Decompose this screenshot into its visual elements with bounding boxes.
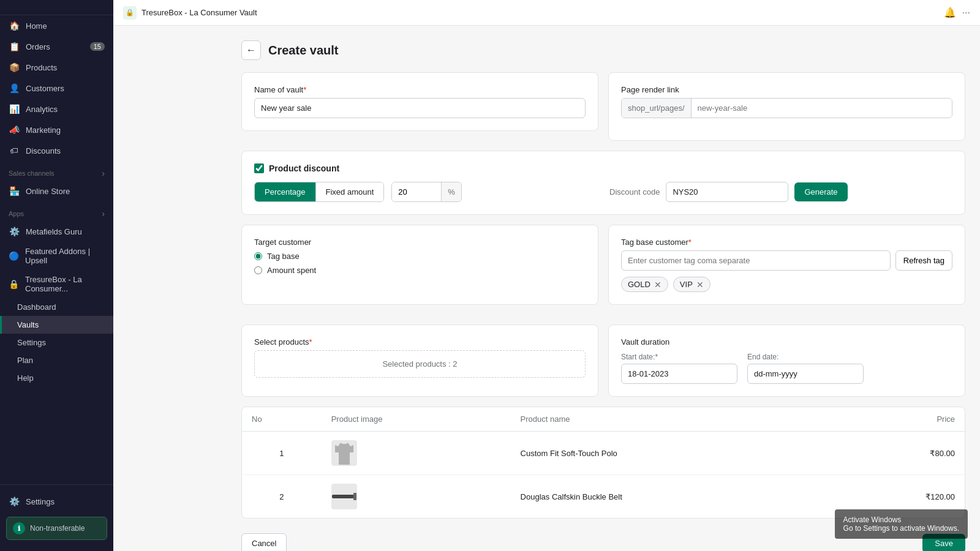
sidebar-subitem-dashboard[interactable]: Dashboard — [0, 298, 113, 316]
tag-input[interactable] — [621, 250, 891, 271]
vault-duration-title: Vault duration — [621, 337, 952, 347]
start-date-field: Start date:* — [621, 353, 737, 384]
products-icon: 📦 — [9, 62, 20, 73]
row-product-name: Custom Fit Soft-Touch Polo — [511, 432, 835, 475]
page-render-label: Page render link — [621, 85, 952, 94]
sidebar-item-orders[interactable]: 📋 Orders 15 — [0, 36, 113, 57]
product-discount-row: Percentage Fixed amount % Discount code … — [254, 182, 952, 202]
radio-tag-base-input[interactable] — [254, 252, 262, 260]
row-image — [322, 475, 511, 519]
radio-tag-base[interactable]: Tag base — [254, 252, 586, 261]
generate-button[interactable]: Generate — [794, 182, 847, 201]
date-row: Start date:* End date: — [621, 353, 952, 384]
col-name: Product name — [511, 407, 835, 432]
sidebar-item-metafields-guru[interactable]: ⚙️ Metafields Guru — [0, 221, 113, 242]
percentage-btn[interactable]: Percentage — [255, 182, 316, 201]
discount-code-section: Discount code Generate — [609, 182, 952, 202]
discount-suffix: % — [441, 182, 461, 201]
start-date-label: Start date:* — [621, 353, 737, 361]
orders-icon: 📋 — [9, 41, 20, 52]
end-date-field: End date: — [747, 353, 864, 384]
discount-amount-input[interactable] — [392, 182, 441, 201]
sidebar-subitem-settings[interactable]: Settings — [0, 334, 113, 351]
sidebar-item-discounts[interactable]: 🏷 Discounts — [0, 140, 113, 161]
sidebar-item-home[interactable]: 🏠 Home — [0, 15, 113, 36]
sidebar-item-label: Marketing — [26, 126, 61, 135]
sidebar-subitem-vaults[interactable]: Vaults — [0, 316, 113, 334]
product-discount-card: Product discount Percentage Fixed amount… — [241, 151, 965, 215]
sidebar-item-featured-addons[interactable]: 🔵 Featured Addons | Upsell — [0, 242, 113, 270]
radio-amount-spent[interactable]: Amount spent — [254, 266, 586, 275]
tag-chip-vip-remove[interactable]: ✕ — [696, 280, 704, 289]
end-date-label: End date: — [747, 353, 864, 361]
refresh-tag-button[interactable]: Refresh tag — [895, 250, 952, 271]
sidebar-item-tresurebox[interactable]: 🔒 TresureBox - La Consumer... — [0, 270, 113, 298]
discount-code-input[interactable] — [666, 182, 788, 202]
sidebar-item-products[interactable]: 📦 Products — [0, 57, 113, 78]
sidebar-item-label: TresureBox - La Consumer... — [25, 275, 105, 293]
tag-chip-vip: VIP ✕ — [673, 277, 710, 292]
topbar-actions: 🔔 ··· — [944, 7, 970, 18]
discount-type-row: Percentage Fixed amount % — [254, 182, 597, 202]
sales-channels-section: Sales channels › — [0, 161, 113, 181]
product-table: No Product image Product name Price 1 — [241, 407, 965, 519]
tag-chip-gold-remove[interactable]: ✕ — [654, 280, 662, 289]
sidebar-item-marketing[interactable]: 📣 Marketing — [0, 119, 113, 140]
table-row: 1 Custom Fit Soft-Touch Polo ₹80.00 — [242, 432, 965, 475]
discounts-icon: 🏷 — [9, 145, 20, 156]
svg-rect-0 — [332, 495, 354, 498]
row-price: ₹80.00 — [834, 432, 965, 475]
metafields-icon: ⚙️ — [9, 226, 20, 237]
target-customer-label: Target customer — [254, 238, 586, 247]
product-discount-checkbox[interactable] — [254, 163, 264, 173]
save-button[interactable]: Save — [922, 534, 965, 551]
target-customer-radio-group: Tag base Amount spent — [254, 252, 586, 275]
col-image: Product image — [322, 407, 511, 432]
target-customer-card: Target customer Tag base Amount spent — [241, 225, 598, 305]
notification-icon[interactable]: 🔔 — [944, 7, 956, 18]
online-store-icon: 🏪 — [9, 186, 20, 197]
fixed-amount-btn[interactable]: Fixed amount — [316, 182, 384, 201]
sidebar-settings-bottom[interactable]: ⚙️ Settings — [0, 491, 113, 512]
back-button[interactable]: ← — [241, 40, 261, 60]
sidebar-item-analytics[interactable]: 📊 Analytics — [0, 99, 113, 119]
apps-expand[interactable]: › — [102, 209, 105, 219]
sidebar-subitem-help[interactable]: Help — [0, 369, 113, 387]
more-options-icon[interactable]: ··· — [962, 7, 970, 18]
non-transferable-icon: ℹ — [13, 522, 25, 534]
tags-row: GOLD ✕ VIP ✕ — [621, 277, 952, 292]
select-products-card: Select products* Selected products : 2 — [241, 324, 598, 397]
sidebar-subitem-plan[interactable]: Plan — [0, 351, 113, 369]
sidebar-bottom: ⚙️ Settings ℹ Non-transferable — [0, 484, 113, 551]
main-content: ← Create vault Name of vault* Page rende… — [227, 26, 980, 551]
page-render-card: Page render link shop_url/pages/ — [608, 72, 965, 141]
cancel-button[interactable]: Cancel — [241, 533, 287, 551]
selected-products-box[interactable]: Selected products : 2 — [254, 350, 586, 378]
tag-base-customer-card: Tag base customer* Refresh tag GOLD ✕ VI… — [608, 225, 965, 305]
sidebar-item-label: Orders — [26, 42, 50, 51]
sidebar-item-customers[interactable]: 👤 Customers — [0, 78, 113, 99]
sales-channels-expand[interactable]: › — [102, 168, 105, 178]
radio-amount-spent-input[interactable] — [254, 266, 262, 274]
row-image — [322, 432, 511, 475]
marketing-icon: 📣 — [9, 124, 20, 135]
product-discount-title: Product discount — [269, 163, 339, 173]
tresurebox-icon: 🔒 — [9, 279, 19, 290]
svg-rect-1 — [353, 493, 356, 500]
end-date-input[interactable] — [747, 364, 864, 384]
row-no: 1 — [242, 432, 322, 475]
sidebar-item-label: Analytics — [26, 105, 58, 114]
start-date-input[interactable] — [621, 364, 737, 384]
page-render-input-group: shop_url/pages/ — [621, 98, 952, 118]
customer-row: Target customer Tag base Amount spent Ta… — [241, 225, 965, 315]
col-no: No — [242, 407, 322, 432]
customers-icon: 👤 — [9, 83, 20, 94]
page-render-input[interactable] — [692, 99, 952, 118]
sidebar-item-label: Featured Addons | Upsell — [25, 247, 105, 265]
vault-name-input[interactable] — [254, 98, 586, 118]
row-product-name: Douglas Calfskin Buckle Belt — [511, 475, 835, 519]
sidebar-item-online-store[interactable]: 🏪 Online Store — [0, 181, 113, 201]
top-row: Name of vault* Page render link shop_url… — [241, 72, 965, 141]
home-icon: 🏠 — [9, 20, 20, 31]
analytics-icon: 📊 — [9, 103, 20, 114]
